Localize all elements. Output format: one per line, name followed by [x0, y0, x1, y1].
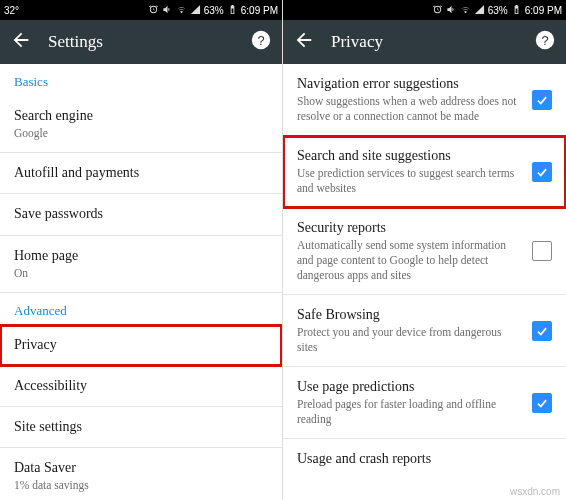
page-title: Privacy — [331, 32, 518, 52]
back-icon[interactable] — [10, 29, 32, 55]
battery-icon — [227, 4, 238, 17]
nav-error-row[interactable]: Navigation error suggestions Show sugges… — [283, 64, 566, 136]
nav-error-sub: Show suggestions when a web address does… — [297, 94, 524, 124]
usage-crash-label: Usage and crash reports — [297, 450, 552, 468]
privacy-list: Navigation error suggestions Show sugges… — [283, 64, 566, 500]
save-passwords-row[interactable]: Save passwords — [0, 194, 282, 235]
data-saver-label: Data Saver — [14, 459, 268, 477]
wifi-icon — [176, 4, 187, 17]
nav-error-label: Navigation error suggestions — [297, 75, 524, 93]
search-engine-label: Search engine — [14, 107, 268, 125]
data-saver-row[interactable]: Data Saver 1% data savings — [0, 448, 282, 500]
safe-browsing-row[interactable]: Safe Browsing Protect you and your devic… — [283, 295, 566, 367]
alarm-icon — [148, 4, 159, 17]
home-page-label: Home page — [14, 247, 268, 265]
page-predictions-label: Use page predictions — [297, 378, 524, 396]
usage-crash-row[interactable]: Usage and crash reports — [283, 439, 566, 479]
save-passwords-label: Save passwords — [14, 205, 268, 223]
nav-error-checkbox[interactable] — [532, 90, 552, 110]
settings-screen: 32° 63% 6:09 PM Settings ? Basics Search… — [0, 0, 283, 500]
autofill-label: Autofill and payments — [14, 164, 268, 182]
app-bar: Settings ? — [0, 20, 282, 64]
page-title: Settings — [48, 32, 234, 52]
help-icon[interactable]: ? — [250, 29, 272, 55]
autofill-row[interactable]: Autofill and payments — [0, 153, 282, 194]
page-predictions-checkbox[interactable] — [532, 393, 552, 413]
page-predictions-sub: Preload pages for faster loading and off… — [297, 397, 524, 427]
section-advanced: Advanced — [0, 293, 282, 325]
site-settings-label: Site settings — [14, 418, 268, 436]
section-basics: Basics — [0, 64, 282, 96]
search-site-sub: Use prediction services to suggest searc… — [297, 166, 524, 196]
home-page-sub: On — [14, 266, 268, 281]
settings-list: Basics Search engine Google Autofill and… — [0, 64, 282, 500]
search-site-row[interactable]: Search and site suggestions Use predicti… — [283, 136, 566, 208]
temperature: 32° — [4, 5, 19, 16]
app-bar: Privacy ? — [283, 20, 566, 64]
battery-text: 63% — [488, 5, 508, 16]
privacy-row[interactable]: Privacy — [0, 325, 282, 366]
security-reports-sub: Automatically send some system informati… — [297, 238, 524, 283]
home-page-row[interactable]: Home page On — [0, 236, 282, 293]
status-bar: 63% 6:09 PM — [283, 0, 566, 20]
search-engine-sub: Google — [14, 126, 268, 141]
alarm-icon — [432, 4, 443, 17]
help-icon[interactable]: ? — [534, 29, 556, 55]
site-settings-row[interactable]: Site settings — [0, 407, 282, 448]
svg-text:?: ? — [541, 33, 548, 48]
search-engine-row[interactable]: Search engine Google — [0, 96, 282, 153]
accessibility-row[interactable]: Accessibility — [0, 366, 282, 407]
security-reports-checkbox[interactable] — [532, 241, 552, 261]
battery-text: 63% — [204, 5, 224, 16]
back-icon[interactable] — [293, 29, 315, 55]
safe-browsing-checkbox[interactable] — [532, 321, 552, 341]
watermark: wsxdn.com — [510, 486, 560, 497]
signal-icon — [190, 4, 201, 17]
wifi-icon — [460, 4, 471, 17]
clock-text: 6:09 PM — [525, 5, 562, 16]
privacy-screen: 63% 6:09 PM Privacy ? Navigation error s… — [283, 0, 566, 500]
security-reports-row[interactable]: Security reports Automatically send some… — [283, 208, 566, 295]
accessibility-label: Accessibility — [14, 377, 268, 395]
safe-browsing-sub: Protect you and your device from dangero… — [297, 325, 524, 355]
volume-icon — [162, 4, 173, 17]
search-site-checkbox[interactable] — [532, 162, 552, 182]
svg-text:?: ? — [257, 33, 264, 48]
page-predictions-row[interactable]: Use page predictions Preload pages for f… — [283, 367, 566, 439]
signal-icon — [474, 4, 485, 17]
security-reports-label: Security reports — [297, 219, 524, 237]
clock-text: 6:09 PM — [241, 5, 278, 16]
privacy-label: Privacy — [14, 336, 268, 354]
status-bar: 32° 63% 6:09 PM — [0, 0, 282, 20]
search-site-label: Search and site suggestions — [297, 147, 524, 165]
battery-icon — [511, 4, 522, 17]
volume-icon — [446, 4, 457, 17]
data-saver-sub: 1% data savings — [14, 478, 268, 493]
safe-browsing-label: Safe Browsing — [297, 306, 524, 324]
